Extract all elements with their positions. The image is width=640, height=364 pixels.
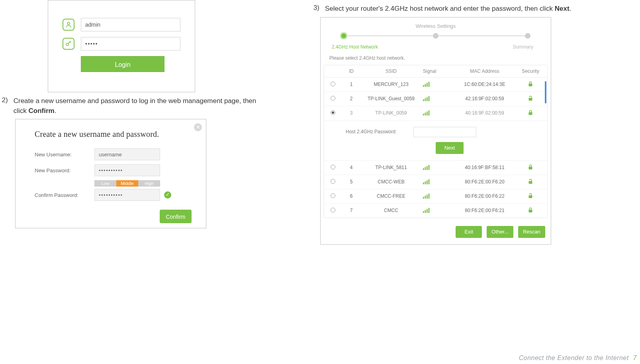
- svg-rect-10: [429, 96, 430, 101]
- progress-label-host: 2.4GHz Host Network: [332, 44, 378, 50]
- cell-mac: 40:16:9F:BF:58:11: [451, 165, 519, 170]
- cell-mac: 40:16:9F:02:00:59: [451, 110, 519, 116]
- close-icon[interactable]: ✕: [194, 123, 202, 131]
- svg-rect-36: [529, 210, 532, 212]
- radio-select[interactable]: [331, 179, 335, 184]
- svg-rect-21: [529, 167, 532, 169]
- table-row[interactable]: 3TP-LINK_005940:16:9F:02:00:59: [324, 106, 547, 121]
- radio-select[interactable]: [331, 82, 335, 86]
- rescan-button[interactable]: Rescan: [518, 226, 545, 238]
- confirm-button[interactable]: Confirm: [160, 210, 192, 223]
- table-row[interactable]: 6CMCC-FREE80:F6:2E:00:F6:22: [324, 189, 547, 204]
- table-row[interactable]: 2TP-LINK_Guest_005942:16:9F:02:00:59: [324, 92, 547, 106]
- lock-icon: [519, 81, 542, 88]
- progress-label-summary: Summary: [513, 44, 533, 50]
- password-input[interactable]: [81, 37, 180, 51]
- step-number: 2): [0, 96, 8, 116]
- footer-buttons: Exit Other... Rescan: [324, 226, 545, 238]
- cell-ssid: TP-LINK_0059: [359, 110, 423, 116]
- password-strength-meter: Low Middle High: [94, 180, 160, 187]
- cell-mac: 80:F6:2E:00:F6:21: [451, 208, 519, 213]
- svg-rect-13: [425, 113, 426, 115]
- signal-icon: [423, 164, 451, 171]
- signal-icon: [423, 207, 451, 214]
- svg-rect-7: [423, 99, 424, 101]
- lock-icon: [519, 193, 542, 200]
- wireless-settings-title: Wireless Settings: [324, 23, 548, 29]
- lock-icon: [519, 207, 542, 214]
- cell-id: 3: [343, 110, 359, 116]
- strength-low: Low: [94, 180, 116, 187]
- col-id: ID: [343, 68, 359, 74]
- cell-ssid: CMCC: [359, 208, 423, 213]
- cell-ssid: MERCURY_123: [359, 82, 423, 87]
- wizard-progress: [344, 33, 528, 43]
- progress-dot-mid: [433, 33, 438, 39]
- cell-ssid: TP-LINK_Guest_0059: [359, 96, 423, 101]
- svg-rect-22: [423, 182, 424, 184]
- confirm-password-input[interactable]: [94, 189, 160, 201]
- create-title: Create a new username and password.: [35, 130, 192, 139]
- svg-rect-26: [529, 181, 532, 184]
- table-header: ID SSID Signal MAC Address Security: [324, 65, 547, 78]
- exit-button[interactable]: Exit: [456, 226, 482, 238]
- radio-select[interactable]: [331, 165, 335, 169]
- radio-select[interactable]: [331, 96, 335, 101]
- lock-icon: [519, 179, 542, 185]
- new-password-label: New Password:: [35, 167, 94, 173]
- network-table: ID SSID Signal MAC Address Security 1MER…: [324, 65, 548, 218]
- step-3-text: 3) Select your router's 2.4GHz host netw…: [311, 4, 636, 14]
- table-row[interactable]: 1MERCURY_1231C:60:DE:24:14:3E: [324, 78, 547, 92]
- svg-rect-25: [429, 179, 430, 184]
- new-username-input[interactable]: [94, 148, 160, 160]
- cell-id: 6: [343, 193, 359, 199]
- step-2-text: 2) Create a new username and password to…: [0, 96, 271, 116]
- svg-rect-28: [425, 196, 426, 199]
- scrollbar[interactable]: [545, 81, 546, 103]
- new-password-input[interactable]: [94, 164, 160, 176]
- svg-point-1: [66, 43, 69, 46]
- username-input[interactable]: [81, 18, 180, 31]
- cell-mac: 80:F6:2E:00:F6:20: [451, 179, 519, 185]
- cell-mac: 80:F6:2E:00:F6:22: [451, 193, 519, 199]
- step-text-post: .: [55, 107, 57, 115]
- other-button[interactable]: Other...: [487, 226, 513, 238]
- lock-icon: [519, 110, 542, 117]
- table-row[interactable]: 4TP-LINK_581140:16:9F:BF:58:11: [324, 161, 547, 175]
- login-panel: Login: [48, 0, 195, 92]
- svg-rect-32: [423, 211, 424, 213]
- lock-icon: [519, 95, 542, 102]
- progress-labels: 2.4GHz Host Network Summary: [324, 44, 548, 50]
- cell-mac: 1C:60:DE:24:14:3E: [451, 82, 519, 87]
- table-row[interactable]: 5CMCC-WEB80:F6:2E:00:F6:20: [324, 175, 547, 189]
- strength-mid: Middle: [116, 180, 138, 187]
- select-network-instruction: Please select 2.4GHz host network.: [329, 55, 548, 61]
- svg-point-0: [67, 22, 70, 25]
- new-username-label: New Username:: [35, 152, 94, 158]
- col-ssid: SSID: [359, 68, 423, 74]
- cell-ssid: CMCC-FREE: [359, 193, 423, 199]
- create-credentials-panel: ✕ Create a new username and password. Ne…: [15, 119, 206, 228]
- radio-select[interactable]: [331, 208, 335, 212]
- svg-rect-34: [427, 209, 428, 213]
- svg-rect-30: [429, 193, 430, 199]
- host-password-input[interactable]: [413, 127, 476, 137]
- radio-select[interactable]: [331, 110, 335, 115]
- svg-rect-27: [423, 197, 424, 199]
- signal-icon: [423, 178, 451, 186]
- host-password-row: Host 2.4GHz Password:Next: [324, 121, 547, 161]
- step-number: 3): [311, 4, 319, 14]
- step-text-pre: Select your router's 2.4GHz host network…: [325, 5, 555, 12]
- signal-icon: [423, 81, 451, 88]
- next-button[interactable]: Next: [436, 142, 464, 154]
- svg-rect-16: [529, 112, 532, 115]
- cell-id: 7: [343, 208, 359, 213]
- table-row[interactable]: 7CMCC80:F6:2E:00:F6:21: [324, 204, 547, 218]
- svg-rect-14: [427, 111, 428, 115]
- svg-rect-23: [425, 181, 426, 184]
- svg-rect-6: [529, 84, 532, 86]
- cell-id: 5: [343, 179, 359, 185]
- radio-select[interactable]: [331, 193, 335, 198]
- svg-rect-15: [429, 110, 430, 115]
- login-button[interactable]: Login: [81, 56, 164, 72]
